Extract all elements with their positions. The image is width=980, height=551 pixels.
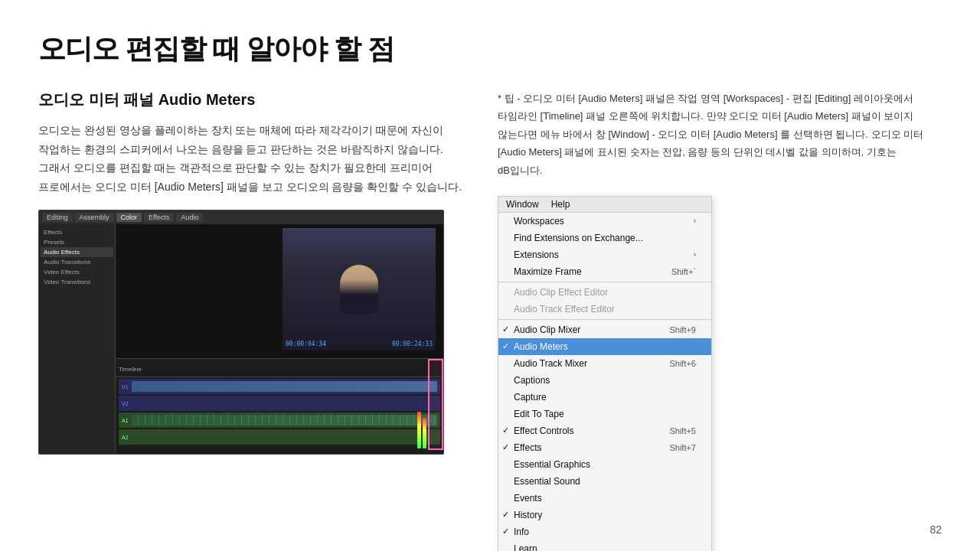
page-number: 82: [929, 523, 942, 536]
tip-text: * 팁 - 오디오 미터 [Audio Meters] 패널은 작업 영역 [W…: [498, 90, 942, 179]
time-code-left: 00:00:04:34: [286, 341, 326, 347]
window-menu: Window Help Workspaces › Find Extensions…: [498, 196, 712, 551]
time-code-right: 00:00:24:33: [392, 341, 433, 347]
menu-item-essential-sound-label: Essential Sound: [514, 476, 580, 487]
panel-video-effects: Video Effects: [41, 267, 113, 277]
menu-item-edit-to-tape-label: Edit To Tape: [514, 409, 564, 419]
menu-item-audio-track-effect-editor[interactable]: Audio Track Effect Editor: [498, 301, 711, 318]
timeline-track-a2: A2: [119, 429, 440, 445]
menu-item-extensions[interactable]: Extensions ›: [498, 246, 711, 263]
menu-item-audio-meters[interactable]: ✓ Audio Meters: [498, 338, 711, 355]
menu-item-capture[interactable]: Capture: [498, 389, 711, 406]
menu-item-maximize-frame[interactable]: Maximize Frame Shift+`: [498, 263, 711, 280]
tab-editing: Editing: [42, 213, 73, 222]
panel-audio-transitions: Audio Transitions: [41, 257, 113, 267]
menu-item-captions-label: Captions: [514, 375, 550, 386]
effect-controls-shortcut: Shift+5: [669, 426, 696, 435]
menu-item-essential-sound[interactable]: Essential Sound: [498, 473, 711, 490]
menu-item-audio-clip-mixer-label: Audio Clip Mixer: [514, 324, 580, 335]
menu-item-capture-label: Capture: [514, 392, 547, 403]
menu-item-info-label: Info: [514, 527, 529, 537]
tab-effects: Effects: [144, 213, 174, 222]
menu-item-find-extensions[interactable]: Find Extensions on Exchange...: [498, 230, 711, 246]
track-v1-label: V1: [122, 384, 129, 390]
menu-item-audio-track-effect-editor-label: Audio Track Effect Editor: [514, 304, 615, 315]
timeline-track-v1: V1: [119, 379, 440, 394]
track-v2-label: V2: [122, 401, 129, 406]
tab-assembly: Assembly: [75, 213, 114, 222]
menu-item-find-extensions-label: Find Extensions on Exchange...: [514, 233, 643, 243]
person-figure: [340, 265, 378, 315]
tab-color: Color: [116, 213, 142, 222]
panel-audio-effects: Audio Effects: [41, 247, 113, 257]
effects-check-icon: ✓: [502, 442, 509, 452]
menu-item-effects[interactable]: ✓ Effects Shift+7: [498, 439, 711, 456]
content-layout: 오디오 미터 패널 Audio Meters 오디오는 완성된 영상을 플레이하…: [38, 90, 942, 551]
premiere-screenshot: Editing Assembly Color Effects Audio Eff…: [38, 210, 444, 455]
menu-item-audio-track-mixer-label: Audio Track Mixer: [514, 358, 587, 369]
left-column: 오디오 미터 패널 Audio Meters 오디오는 완성된 영상을 플레이하…: [38, 90, 467, 551]
audio-clip-mixer-shortcut: Shift+9: [669, 325, 696, 334]
effect-controls-check-icon: ✓: [502, 425, 509, 435]
menu-item-learn-label: Learn: [514, 543, 537, 551]
body-text: 오디오는 완성된 영상을 플레이하는 장치 또는 매체에 따라 제각각이기 때문…: [38, 121, 467, 196]
menu-item-audio-clip-mixer[interactable]: ✓ Audio Clip Mixer Shift+9: [498, 321, 711, 338]
menu-item-events-label: Events: [514, 493, 542, 504]
workspaces-arrow-icon: ›: [694, 217, 696, 225]
track-v1-clip: [132, 381, 437, 392]
menu-item-effect-controls-label: Effect Controls: [514, 425, 573, 436]
audio-waveform: [132, 415, 437, 425]
page-container: 오디오 편집할 때 알아야 할 점 오디오 미터 패널 Audio Meters…: [0, 0, 980, 551]
info-check-icon: ✓: [502, 527, 509, 536]
menu-header-help[interactable]: Help: [551, 199, 570, 210]
adobe-center: 00:00:24:33 00:00:04:34 Timeline: [116, 224, 443, 454]
extensions-arrow-icon: ›: [694, 250, 696, 259]
adobe-left-panel: Effects Presets Audio Effects Audio Tran…: [39, 224, 116, 454]
audio-level-left: [417, 412, 421, 448]
adobe-body: Effects Presets Audio Effects Audio Tran…: [39, 224, 443, 454]
menu-header-window[interactable]: Window: [506, 199, 539, 210]
menu-item-workspaces[interactable]: Workspaces ›: [498, 213, 711, 230]
menu-item-edit-to-tape[interactable]: Edit To Tape: [498, 406, 711, 422]
preview-area: 00:00:24:33 00:00:04:34: [116, 224, 443, 358]
menu-item-essential-graphics-label: Essential Graphics: [514, 459, 590, 470]
menu-separator-1: [498, 282, 711, 282]
timeline-track-a1: A1: [119, 412, 440, 428]
menu-item-learn[interactable]: Learn: [498, 540, 711, 551]
menu-item-audio-clip-effect-editor[interactable]: Audio Clip Effect Editor: [498, 284, 711, 301]
right-column: * 팁 - 오디오 미터 [Audio Meters] 패널은 작업 영역 [W…: [498, 90, 942, 551]
panel-presets: Presets: [41, 237, 113, 247]
panel-effects: Effects: [41, 227, 113, 237]
menu-item-history[interactable]: ✓ History: [498, 507, 711, 523]
panel-video-transitions: Video Transitions: [41, 277, 113, 287]
menu-header-bar: Window Help: [498, 197, 711, 213]
menu-item-workspaces-label: Workspaces: [514, 216, 564, 227]
menu-item-events[interactable]: Events: [498, 490, 711, 507]
audio-level-right: [423, 418, 426, 448]
pink-border-overlay: [428, 359, 443, 450]
adobe-top-bar: Editing Assembly Color Effects Audio: [39, 210, 443, 224]
menu-item-captions[interactable]: Captions: [498, 372, 711, 389]
history-check-icon: ✓: [502, 510, 509, 520]
track-a1-label: A1: [122, 418, 129, 423]
video-preview: 00:00:24:33 00:00:04:34: [283, 228, 436, 350]
menu-item-audio-clip-effect-editor-label: Audio Clip Effect Editor: [514, 287, 608, 298]
tab-audio: Audio: [176, 213, 203, 222]
timeline-label: Timeline: [119, 366, 142, 373]
menu-item-effect-controls[interactable]: ✓ Effect Controls Shift+5: [498, 422, 711, 439]
menu-item-maximize-frame-label: Maximize Frame: [514, 266, 582, 277]
menu-item-extensions-label: Extensions: [514, 249, 559, 260]
effects-shortcut: Shift+7: [669, 443, 696, 452]
timeline-area: Timeline V1 V2 A1: [116, 358, 443, 450]
menu-item-essential-graphics[interactable]: Essential Graphics: [498, 456, 711, 473]
menu-item-info[interactable]: ✓ Info: [498, 523, 711, 540]
menu-item-effects-label: Effects: [514, 442, 541, 453]
timeline-track-v2: V2: [119, 396, 440, 411]
main-title: 오디오 편집할 때 알아야 할 점: [38, 31, 942, 68]
menu-item-audio-track-mixer[interactable]: Audio Track Mixer Shift+6: [498, 355, 711, 372]
audio-meters-check-icon: ✓: [502, 341, 509, 351]
menu-item-history-label: History: [514, 510, 542, 520]
menu-item-audio-meters-label: Audio Meters: [514, 341, 568, 352]
screenshot-inner: Editing Assembly Color Effects Audio Eff…: [39, 210, 443, 454]
timeline-header: Timeline: [116, 362, 443, 377]
